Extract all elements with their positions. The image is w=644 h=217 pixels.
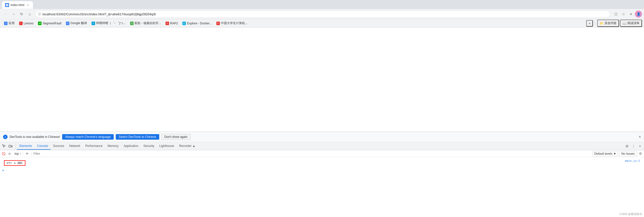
devtools-settings-icon[interactable]: ⚙ xyxy=(624,143,630,149)
nav-actions: ⬡ ☆ ≡ 👤 xyxy=(612,11,642,18)
string-value-text: ABC xyxy=(17,161,23,165)
notification-close-button[interactable]: × xyxy=(639,135,641,139)
console-output-row: str = ABC main.js:1 xyxy=(0,158,644,168)
eye-button[interactable]: 👁 xyxy=(25,151,30,156)
device-toolbar-icon[interactable] xyxy=(8,143,14,149)
bookmarks-bar: ⬡ 应用 L Lenovo sf SegmentFault G Google 翻… xyxy=(0,19,644,27)
tab-sources-label: Sources xyxy=(53,144,64,148)
tab-performance[interactable]: Performance xyxy=(83,143,105,150)
profile-avatar[interactable]: 👤 xyxy=(635,11,642,18)
tab-network[interactable]: Network xyxy=(67,143,83,150)
reading-list-icon: 📖 xyxy=(623,22,626,25)
var-name-text: str xyxy=(7,161,12,165)
tab-close-button[interactable]: × xyxy=(26,3,30,7)
tab-bar: index.html × xyxy=(0,0,644,9)
back-button[interactable]: ← xyxy=(2,11,9,18)
bookmarks-overflow: » 📁 其他书签 📖 阅读清单 xyxy=(586,20,642,27)
tab-application[interactable]: Application xyxy=(121,143,141,150)
bookmark-icon: 📁 xyxy=(600,22,603,25)
tab-elements-label: Elements xyxy=(19,144,32,148)
tab-console-label: Console xyxy=(37,144,48,148)
inspect-element-icon[interactable] xyxy=(1,143,7,149)
notification-text: DevTools is now available in Chinese! xyxy=(10,135,60,139)
console-prompt[interactable]: > xyxy=(0,168,644,173)
stop-recording-button[interactable]: ⊘ xyxy=(7,151,12,156)
bookmark-docker[interactable]: 🐳 Explore - Docker... xyxy=(180,21,214,26)
tab-sources[interactable]: Sources xyxy=(51,143,67,150)
tab-security[interactable]: Security xyxy=(141,143,157,150)
tab-search-button[interactable]: ≡ xyxy=(627,11,634,18)
filter-input[interactable] xyxy=(33,152,591,155)
bookmark-csdn-edu[interactable]: 中 中国大学生计算机... xyxy=(214,20,250,26)
bookmark-segmentfault[interactable]: sf SegmentFault xyxy=(36,21,63,26)
console-context-selector[interactable]: top × xyxy=(13,151,23,156)
svg-rect-2 xyxy=(11,146,12,147)
active-tab[interactable]: index.html × xyxy=(2,1,33,9)
bookmark-hangge-label: 航歌 - 做最好的开... xyxy=(135,21,161,25)
browser-chrome: index.html × ← → ↻ ⌂ ⓘ localhost:63342/C… xyxy=(0,0,644,27)
switch-to-chinese-button[interactable]: Switch DevTools to Chinese xyxy=(116,134,159,140)
apps-favicon: ⬡ xyxy=(4,22,8,25)
context-label: top xyxy=(15,152,19,155)
tab-memory[interactable]: Memory xyxy=(105,143,121,150)
bookmark-star-button[interactable]: ☆ xyxy=(620,11,627,18)
bookmark-sf-label: SegmentFault xyxy=(43,22,61,25)
more-bookmarks-button[interactable]: » xyxy=(586,20,593,27)
lenovo-favicon: L xyxy=(19,22,23,25)
console-filter-input-area[interactable] xyxy=(33,151,591,156)
console-toolbar: 🚫 ⊘ top × 👁 | Default levels ▼ No Issues… xyxy=(0,150,644,157)
bookmark-rap2[interactable]: R RAP2 xyxy=(164,21,180,26)
tab-performance-label: Performance xyxy=(85,144,103,148)
context-close-icon[interactable]: × xyxy=(20,152,21,155)
devtools-right-icons: ⚙ ⋮ × xyxy=(624,143,643,149)
tab-network-label: Network xyxy=(69,144,80,148)
bookmark-lenovo[interactable]: L Lenovo xyxy=(17,21,35,26)
tab-recorder-label: Recorder ▲ xyxy=(179,144,195,148)
bookmark-bilibili[interactable]: B 哔哩哔哩（゜- ゜)つ... xyxy=(90,20,128,26)
notification-info-icon: i xyxy=(3,135,8,139)
prompt-symbol: > xyxy=(2,168,4,172)
bookmark-google-translate[interactable]: G Google 翻译 xyxy=(64,20,89,26)
console-source-link[interactable]: main.js:1 xyxy=(625,159,642,162)
lock-icon: ⓘ xyxy=(38,12,41,16)
tab-lighthouse[interactable]: Lighthouse xyxy=(157,143,177,150)
devtools-more-icon[interactable]: ⋮ xyxy=(630,143,636,149)
console-value-display: str = ABC xyxy=(4,160,25,166)
sf-favicon: sf xyxy=(38,22,42,25)
bookmark-apps-label: 应用 xyxy=(9,21,15,25)
address-bar[interactable]: ⓘ localhost:63342/CommonJS/src/index.htm… xyxy=(35,10,610,18)
filter-separator: | xyxy=(31,152,32,155)
reload-button[interactable]: ↻ xyxy=(18,11,25,18)
forward-button[interactable]: → xyxy=(10,11,17,18)
console-right-controls: Default levels ▼ No Issues ⚙ xyxy=(592,151,643,156)
tab-security-label: Security xyxy=(143,144,154,148)
devtools-panel-icons xyxy=(1,143,16,149)
csdn-edu-favicon: 中 xyxy=(216,22,220,25)
clear-console-button[interactable]: 🚫 xyxy=(1,151,6,156)
devtools-notification-banner: i DevTools is now available in Chinese! … xyxy=(0,132,644,142)
default-levels-button[interactable]: Default levels ▼ xyxy=(592,151,618,156)
tab-recorder[interactable]: Recorder ▲ xyxy=(177,143,198,150)
home-button[interactable]: ⌂ xyxy=(26,11,33,18)
tab-elements[interactable]: Elements xyxy=(17,143,34,150)
devtools-close-icon[interactable]: × xyxy=(637,143,643,149)
bookmark-separator xyxy=(595,21,595,25)
bilibili-favicon: B xyxy=(92,22,95,25)
main-content: i DevTools is now available in Chinese! … xyxy=(0,27,644,217)
tab-console[interactable]: Console xyxy=(34,143,51,150)
bookmark-apps[interactable]: ⬡ 应用 xyxy=(2,20,17,26)
no-issues-label: No Issues xyxy=(621,152,635,155)
dont-show-again-button[interactable]: Don't show again xyxy=(161,134,191,140)
other-bookmarks-button[interactable]: 📁 其他书签 xyxy=(597,20,619,27)
bookmark-hangge[interactable]: H 航歌 - 做最好的开... xyxy=(128,20,163,26)
rap2-favicon: R xyxy=(166,22,169,25)
console-settings-icon[interactable]: ⚙ xyxy=(638,151,643,156)
reading-list-button[interactable]: 📖 阅读清单 xyxy=(620,20,642,27)
docker-favicon: 🐳 xyxy=(182,22,186,25)
devtools-panel: i DevTools is now available in Chinese! … xyxy=(0,132,644,217)
tab-favicon xyxy=(5,3,9,7)
cast-button[interactable]: ⬡ xyxy=(612,11,619,18)
no-issues-button[interactable]: No Issues xyxy=(619,151,637,156)
always-match-language-button[interactable]: Always match Chrome's language xyxy=(62,134,114,140)
svg-point-0 xyxy=(6,4,8,6)
